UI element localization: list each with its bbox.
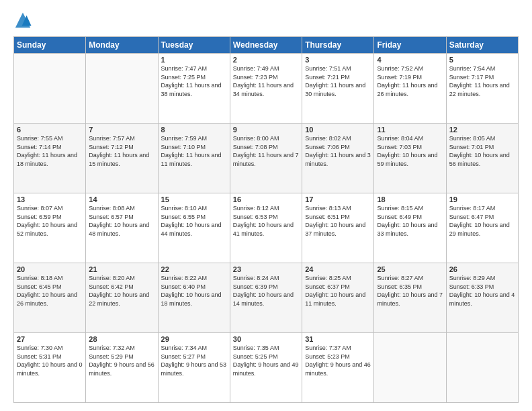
- header: [13, 11, 519, 30]
- day-info: Sunrise: 8:22 AM Sunset: 6:40 PM Dayligh…: [161, 274, 227, 308]
- day-info: Sunrise: 7:49 AM Sunset: 7:23 PM Dayligh…: [233, 64, 299, 98]
- day-info: Sunrise: 8:15 AM Sunset: 6:49 PM Dayligh…: [377, 204, 443, 238]
- calendar-cell: 26Sunrise: 8:29 AM Sunset: 6:33 PM Dayli…: [446, 263, 518, 333]
- calendar-page: SundayMondayTuesdayWednesdayThursdayFrid…: [0, 0, 532, 411]
- calendar-cell: 18Sunrise: 8:15 AM Sunset: 6:49 PM Dayli…: [374, 193, 446, 263]
- day-number: 6: [17, 126, 83, 134]
- calendar-cell: 4Sunrise: 7:52 AM Sunset: 7:19 PM Daylig…: [374, 54, 446, 124]
- day-info: Sunrise: 7:35 AM Sunset: 5:25 PM Dayligh…: [233, 344, 299, 377]
- day-info: Sunrise: 7:30 AM Sunset: 5:31 PM Dayligh…: [17, 344, 83, 377]
- day-info: Sunrise: 8:20 AM Sunset: 6:42 PM Dayligh…: [89, 274, 154, 308]
- day-number: 18: [377, 195, 443, 203]
- calendar-cell: 3Sunrise: 7:51 AM Sunset: 7:21 PM Daylig…: [302, 54, 374, 124]
- weekday-header-monday: Monday: [86, 37, 158, 54]
- calendar-cell: 25Sunrise: 8:27 AM Sunset: 6:35 PM Dayli…: [374, 263, 446, 333]
- calendar-cell: 21Sunrise: 8:20 AM Sunset: 6:42 PM Dayli…: [86, 263, 158, 333]
- calendar-cell: 16Sunrise: 8:12 AM Sunset: 6:53 PM Dayli…: [230, 193, 302, 263]
- day-info: Sunrise: 8:29 AM Sunset: 6:33 PM Dayligh…: [449, 274, 515, 308]
- day-number: 13: [17, 195, 83, 203]
- day-number: 1: [161, 56, 227, 64]
- calendar-cell: 7Sunrise: 7:57 AM Sunset: 7:12 PM Daylig…: [86, 124, 158, 193]
- day-number: 9: [233, 126, 299, 134]
- week-row-2: 6Sunrise: 7:55 AM Sunset: 7:14 PM Daylig…: [14, 124, 519, 193]
- day-number: 16: [233, 195, 299, 203]
- day-number: 28: [89, 335, 154, 343]
- day-info: Sunrise: 7:52 AM Sunset: 7:19 PM Dayligh…: [377, 64, 443, 98]
- day-info: Sunrise: 7:54 AM Sunset: 7:17 PM Dayligh…: [449, 64, 515, 98]
- weekday-header-wednesday: Wednesday: [230, 37, 302, 54]
- day-number: 30: [233, 335, 299, 343]
- day-number: 29: [161, 335, 227, 343]
- weekday-header-tuesday: Tuesday: [158, 37, 230, 54]
- day-number: 7: [89, 126, 154, 134]
- day-info: Sunrise: 8:17 AM Sunset: 6:47 PM Dayligh…: [449, 204, 515, 238]
- calendar-cell: 2Sunrise: 7:49 AM Sunset: 7:23 PM Daylig…: [230, 54, 302, 124]
- calendar-table: SundayMondayTuesdayWednesdayThursdayFrid…: [13, 36, 519, 403]
- weekday-header-row: SundayMondayTuesdayWednesdayThursdayFrid…: [14, 37, 519, 54]
- calendar-cell: [86, 54, 158, 124]
- week-row-3: 13Sunrise: 8:07 AM Sunset: 6:59 PM Dayli…: [14, 193, 519, 263]
- day-info: Sunrise: 8:27 AM Sunset: 6:35 PM Dayligh…: [377, 274, 443, 308]
- calendar-cell: 19Sunrise: 8:17 AM Sunset: 6:47 PM Dayli…: [446, 193, 518, 263]
- calendar-cell: 8Sunrise: 7:59 AM Sunset: 7:10 PM Daylig…: [158, 124, 230, 193]
- calendar-cell: 22Sunrise: 8:22 AM Sunset: 6:40 PM Dayli…: [158, 263, 230, 333]
- weekday-header-thursday: Thursday: [302, 37, 374, 54]
- calendar-cell: 9Sunrise: 8:00 AM Sunset: 7:08 PM Daylig…: [230, 124, 302, 193]
- day-number: 2: [233, 56, 299, 64]
- day-info: Sunrise: 7:37 AM Sunset: 5:23 PM Dayligh…: [305, 344, 371, 377]
- calendar-cell: 5Sunrise: 7:54 AM Sunset: 7:17 PM Daylig…: [446, 54, 518, 124]
- calendar-cell: 27Sunrise: 7:30 AM Sunset: 5:31 PM Dayli…: [14, 333, 86, 403]
- week-row-4: 20Sunrise: 8:18 AM Sunset: 6:45 PM Dayli…: [14, 263, 519, 333]
- day-info: Sunrise: 8:24 AM Sunset: 6:39 PM Dayligh…: [233, 274, 299, 308]
- day-number: 24: [305, 265, 371, 273]
- day-number: 12: [449, 126, 515, 134]
- day-info: Sunrise: 7:32 AM Sunset: 5:29 PM Dayligh…: [89, 344, 154, 377]
- day-info: Sunrise: 8:18 AM Sunset: 6:45 PM Dayligh…: [17, 274, 83, 308]
- day-info: Sunrise: 8:07 AM Sunset: 6:59 PM Dayligh…: [17, 204, 83, 238]
- day-number: 21: [89, 265, 154, 273]
- weekday-header-sunday: Sunday: [14, 37, 86, 54]
- day-info: Sunrise: 7:47 AM Sunset: 7:25 PM Dayligh…: [161, 64, 227, 98]
- day-info: Sunrise: 8:00 AM Sunset: 7:08 PM Dayligh…: [233, 134, 299, 168]
- day-number: 3: [305, 56, 371, 64]
- calendar-cell: 11Sunrise: 8:04 AM Sunset: 7:03 PM Dayli…: [374, 124, 446, 193]
- day-info: Sunrise: 7:55 AM Sunset: 7:14 PM Dayligh…: [17, 134, 83, 168]
- day-number: 27: [17, 335, 83, 343]
- day-info: Sunrise: 8:05 AM Sunset: 7:01 PM Dayligh…: [449, 134, 515, 168]
- calendar-cell: 12Sunrise: 8:05 AM Sunset: 7:01 PM Dayli…: [446, 124, 518, 193]
- day-number: 26: [449, 265, 515, 273]
- day-info: Sunrise: 8:08 AM Sunset: 6:57 PM Dayligh…: [89, 204, 154, 238]
- day-info: Sunrise: 8:13 AM Sunset: 6:51 PM Dayligh…: [305, 204, 371, 238]
- day-number: 15: [161, 195, 227, 203]
- day-number: 17: [305, 195, 371, 203]
- calendar-cell: 15Sunrise: 8:10 AM Sunset: 6:55 PM Dayli…: [158, 193, 230, 263]
- day-info: Sunrise: 8:04 AM Sunset: 7:03 PM Dayligh…: [377, 134, 443, 168]
- calendar-cell: 29Sunrise: 7:34 AM Sunset: 5:27 PM Dayli…: [158, 333, 230, 403]
- day-number: 31: [305, 335, 371, 343]
- day-info: Sunrise: 7:51 AM Sunset: 7:21 PM Dayligh…: [305, 64, 371, 98]
- calendar-cell: [14, 54, 86, 124]
- day-number: 19: [449, 195, 515, 203]
- weekday-header-saturday: Saturday: [446, 37, 518, 54]
- calendar-cell: 10Sunrise: 8:02 AM Sunset: 7:06 PM Dayli…: [302, 124, 374, 193]
- calendar-cell: 28Sunrise: 7:32 AM Sunset: 5:29 PM Dayli…: [86, 333, 158, 403]
- weekday-header-friday: Friday: [374, 37, 446, 54]
- day-number: 25: [377, 265, 443, 273]
- day-info: Sunrise: 8:02 AM Sunset: 7:06 PM Dayligh…: [305, 134, 371, 168]
- day-info: Sunrise: 7:57 AM Sunset: 7:12 PM Dayligh…: [89, 134, 154, 168]
- day-info: Sunrise: 7:59 AM Sunset: 7:10 PM Dayligh…: [161, 134, 227, 168]
- calendar-cell: 24Sunrise: 8:25 AM Sunset: 6:37 PM Dayli…: [302, 263, 374, 333]
- calendar-cell: 6Sunrise: 7:55 AM Sunset: 7:14 PM Daylig…: [14, 124, 86, 193]
- week-row-1: 1Sunrise: 7:47 AM Sunset: 7:25 PM Daylig…: [14, 54, 519, 124]
- day-number: 11: [377, 126, 443, 134]
- calendar-cell: [446, 333, 518, 403]
- day-number: 4: [377, 56, 443, 64]
- calendar-cell: 23Sunrise: 8:24 AM Sunset: 6:39 PM Dayli…: [230, 263, 302, 333]
- calendar-cell: 31Sunrise: 7:37 AM Sunset: 5:23 PM Dayli…: [302, 333, 374, 403]
- day-number: 22: [161, 265, 227, 273]
- day-info: Sunrise: 8:10 AM Sunset: 6:55 PM Dayligh…: [161, 204, 227, 238]
- day-number: 20: [17, 265, 83, 273]
- day-number: 23: [233, 265, 299, 273]
- day-info: Sunrise: 7:34 AM Sunset: 5:27 PM Dayligh…: [161, 344, 227, 377]
- calendar-cell: 13Sunrise: 8:07 AM Sunset: 6:59 PM Dayli…: [14, 193, 86, 263]
